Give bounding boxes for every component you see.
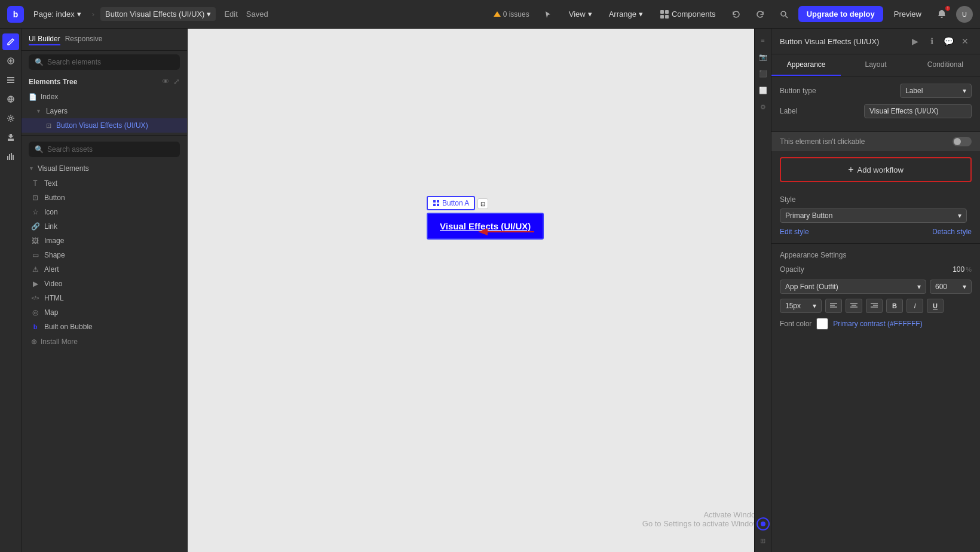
font-size-select[interactable]: 15px ▾ — [780, 299, 822, 313]
frp-avatar-btn[interactable] — [757, 517, 770, 530]
canvas-element-icon-btn[interactable]: ⊡ — [477, 198, 488, 209]
edit-style-link[interactable]: Edit style — [780, 228, 809, 236]
index-label: Index — [41, 93, 58, 101]
clickable-toggle[interactable] — [953, 137, 972, 146]
style-label: Style — [780, 195, 972, 204]
detach-style-link[interactable]: Detach style — [932, 228, 972, 236]
font-caret: ▾ — [917, 283, 921, 291]
rp-close-icon[interactable]: ✕ — [958, 35, 972, 48]
element-html[interactable]: </> HTML — [22, 291, 187, 305]
align-right-btn[interactable] — [866, 299, 883, 313]
align-left-btn[interactable] — [825, 299, 842, 313]
font-color-value[interactable]: Primary contrast (#FFFFFF) — [833, 320, 922, 328]
element-image[interactable]: 🖼 Image — [22, 234, 187, 248]
view-button[interactable]: View ▾ — [563, 7, 598, 21]
component-selector[interactable]: Button Visual Effects (UI/UX) ▾ — [100, 7, 216, 21]
element-alert[interactable]: ⚠ Alert — [22, 262, 187, 277]
rp-header: Button Visual Effects (UI/UX) ▶ ℹ 💬 ✕ — [771, 29, 980, 54]
redo-button[interactable] — [751, 5, 770, 24]
issues-button[interactable]: 0 issues — [489, 8, 534, 21]
frp-btn-record[interactable]: ⬛ — [757, 67, 770, 80]
font-size-value: 15px — [785, 302, 801, 310]
button-a-text: Button A — [442, 199, 469, 207]
notifications-button[interactable]: ! — [932, 5, 951, 24]
canvas-button-a-label[interactable]: Button A — [427, 196, 475, 210]
link-label: Link — [44, 222, 57, 231]
italic-btn[interactable]: I — [906, 299, 923, 313]
svg-rect-18 — [433, 200, 436, 203]
canvas-main-button[interactable]: Visual Effects (UI/UX) — [427, 213, 544, 240]
element-built-on-bubble[interactable]: b Built on Bubble — [22, 320, 187, 334]
rp-play-icon[interactable]: ▶ — [908, 35, 921, 48]
style-links-row: Edit style Detach style — [780, 228, 972, 236]
frp-btn-camera[interactable]: 📷 — [757, 50, 770, 63]
button-type-select[interactable]: Label ▾ — [900, 84, 972, 98]
element-map[interactable]: ◎ Map — [22, 305, 187, 320]
label-input[interactable] — [864, 104, 972, 118]
element-shape[interactable]: ▭ Shape — [22, 248, 187, 262]
tab-ui-builder[interactable]: UI Builder — [29, 33, 60, 45]
tree-item-index[interactable]: 📄 Index — [22, 90, 187, 104]
element-button[interactable]: ⊡ Button — [22, 191, 187, 205]
html-label: HTML — [44, 294, 64, 302]
install-more-button[interactable]: ⊕ Install More — [22, 334, 187, 349]
style-select[interactable]: Primary Button ▾ — [780, 208, 967, 223]
saved-label: Saved — [246, 10, 268, 19]
rp-info-icon[interactable]: ℹ — [925, 35, 938, 48]
search-button[interactable] — [774, 5, 794, 24]
arrow-overlay — [188, 29, 771, 552]
element-icon[interactable]: ☆ Icon — [22, 205, 187, 219]
add-workflow-button[interactable]: + Add workflow — [780, 157, 972, 182]
element-text[interactable]: T Text — [22, 176, 187, 191]
plugin-tool-btn[interactable] — [2, 129, 19, 146]
underline-btn[interactable]: U — [927, 299, 944, 313]
frp-apps-btn[interactable]: ⊞ — [757, 534, 770, 547]
user-avatar[interactable]: U — [956, 6, 973, 23]
element-link[interactable]: 🔗 Link — [22, 219, 187, 234]
style-caret: ▾ — [958, 211, 961, 220]
bold-btn[interactable]: B — [886, 299, 903, 313]
page-selector[interactable]: Page: index ▾ — [29, 7, 86, 21]
font-color-swatch[interactable] — [816, 318, 828, 330]
search-elements-icon: 🔍 — [35, 58, 44, 66]
element-video[interactable]: ▶ Video — [22, 277, 187, 291]
warning-icon — [494, 11, 501, 17]
tree-item-button-ve[interactable]: ⊡ Button Visual Effects (UI/UX) — [22, 118, 187, 133]
expand-icon[interactable]: ⤢ — [173, 77, 180, 86]
rp-comment-icon[interactable]: 💬 — [942, 35, 955, 48]
svg-rect-19 — [437, 200, 439, 203]
settings-tool-btn[interactable] — [2, 110, 19, 127]
arrange-label: Arrange — [609, 10, 636, 19]
pointer-tool[interactable] — [539, 5, 558, 24]
align-center-btn[interactable] — [846, 299, 862, 313]
search-elements-input[interactable] — [47, 58, 174, 66]
search-assets-input[interactable] — [47, 145, 174, 154]
arrange-button[interactable]: Arrange ▾ — [603, 7, 649, 21]
data-tool-btn[interactable] — [2, 91, 19, 108]
font-select[interactable]: App Font (Outfit) ▾ — [780, 280, 926, 294]
map-label: Map — [44, 308, 58, 317]
visual-elements-header[interactable]: ▼ Visual Elements — [22, 161, 187, 176]
preview-button[interactable]: Preview — [888, 7, 927, 21]
undo-button[interactable] — [727, 5, 746, 24]
font-weight-select[interactable]: 600 ▾ — [930, 280, 972, 294]
svg-rect-17 — [13, 155, 14, 160]
tree-item-layers[interactable]: ▼ Layers — [22, 104, 187, 118]
frp-btn-1[interactable]: ≡ — [757, 33, 770, 47]
tab-layout[interactable]: Layout — [841, 54, 910, 76]
list-tool-btn[interactable] — [2, 72, 19, 88]
frp-btn-layers[interactable]: ⬜ — [757, 84, 770, 97]
tab-responsive[interactable]: Responsive — [65, 33, 103, 45]
edit-tool-btn[interactable] — [2, 33, 19, 50]
style-value: Primary Button — [785, 211, 832, 220]
eye-icon[interactable]: 👁 — [162, 77, 170, 86]
analytics-tool-btn[interactable] — [2, 148, 19, 165]
frp-btn-gear[interactable]: ⚙ — [757, 100, 770, 114]
tab-appearance[interactable]: Appearance — [771, 54, 841, 76]
add-element-btn[interactable] — [2, 53, 19, 69]
components-button[interactable]: Components — [654, 7, 722, 22]
tab-conditional[interactable]: Conditional — [911, 54, 980, 76]
image-icon: 🖼 — [31, 237, 39, 245]
upgrade-button[interactable]: Upgrade to deploy — [798, 6, 883, 22]
video-label: Video — [44, 280, 62, 288]
